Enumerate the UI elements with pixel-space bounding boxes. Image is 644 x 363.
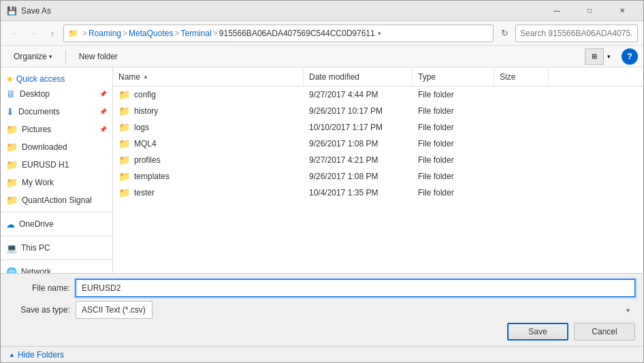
forward-button[interactable]: → (25, 25, 42, 42)
sidebar-item-quantaction[interactable]: 📁 QuantAction Signal (1, 191, 112, 209)
sidebar-item-thispc[interactable]: 💻 This PC (1, 239, 112, 257)
close-button[interactable]: ✕ (607, 1, 638, 21)
cancel-button[interactable]: Cancel (574, 323, 635, 341)
file-type-cell: File folder (413, 106, 494, 116)
col-header-size[interactable]: Size (494, 67, 549, 86)
file-type-cell: File folder (413, 155, 494, 165)
file-type-cell: File folder (413, 139, 494, 148)
title-bar: 💾 Save As — □ ✕ (1, 1, 643, 21)
sidebar-item-onedrive[interactable]: ☁ OneDrive (1, 215, 112, 233)
address-bar: ← → ↑ 📁 > Roaming > MetaQuotes > Termina… (1, 21, 643, 46)
new-folder-button[interactable]: New folder (71, 48, 125, 65)
quick-access-label: Quick access (16, 74, 65, 84)
filename-row: File name: (9, 279, 635, 297)
filetype-select[interactable]: ASCII Text (*.csv) (76, 301, 152, 319)
file-date-cell: 9/27/2017 4:44 PM (304, 90, 413, 99)
table-row[interactable]: 📁 profiles 9/27/2017 4:21 PM File folder (113, 152, 643, 168)
action-buttons: Save Cancel (9, 323, 635, 341)
file-date-cell: 9/27/2017 4:21 PM (304, 155, 413, 165)
minimize-button[interactable]: — (541, 1, 573, 21)
col-header-date[interactable]: Date modified (304, 67, 413, 86)
downloaded-folder-icon: 📁 (6, 142, 18, 153)
sidebar-onedrive-label: OneDrive (19, 219, 107, 229)
file-name: logs (134, 123, 149, 132)
file-list: 📁 config 9/27/2017 4:44 PM File folder 📁… (113, 86, 643, 273)
quantaction-folder-icon: 📁 (6, 195, 18, 206)
col-size-label: Size (500, 72, 515, 82)
network-icon: 🌐 (6, 267, 17, 274)
refresh-button[interactable]: ↻ (496, 25, 513, 42)
breadcrumb-metaquotes[interactable]: MetaQuotes (129, 29, 173, 38)
folder-icon: 📁 (118, 171, 130, 182)
sidebar-item-desktop[interactable]: 🖥 Desktop 📌 (1, 85, 112, 103)
file-name-cell: 📁 history (113, 106, 304, 116)
folder-icon: 📁 (118, 187, 130, 198)
sidebar-item-documents[interactable]: ⬇ Documents 📌 (1, 103, 112, 121)
table-row[interactable]: 📁 config 9/27/2017 4:44 PM File folder (113, 86, 643, 103)
up-button[interactable]: ↑ (44, 25, 61, 42)
filename-input[interactable] (76, 279, 635, 297)
window-controls: — □ ✕ (541, 1, 638, 21)
filename-label: File name: (9, 283, 70, 293)
help-button[interactable]: ? (622, 48, 638, 65)
breadcrumb-roaming[interactable]: Roaming (88, 29, 121, 38)
file-name: MQL4 (134, 139, 157, 148)
organize-label: Organize (14, 52, 47, 61)
folder-icon: 📁 (118, 89, 130, 100)
col-name-label: Name (118, 72, 140, 82)
breadcrumb[interactable]: 📁 > Roaming > MetaQuotes > Terminal > 91… (63, 25, 494, 42)
hide-folders-label: Hide Folders (18, 350, 64, 360)
bottom-panel: File name: Save as type: ASCII Text (*.c… (1, 273, 643, 346)
sidebar-thispc-label: This PC (21, 243, 107, 253)
back-button[interactable]: ← (6, 25, 22, 42)
file-name-cell: 📁 logs (113, 122, 304, 133)
sidebar-mywork-label: My Work (22, 178, 107, 187)
view-button[interactable]: ⊞ (585, 48, 604, 65)
table-row[interactable]: 📁 MQL4 9/26/2017 1:08 PM File folder (113, 136, 643, 152)
sidebar-item-pictures[interactable]: 📁 Pictures 📌 (1, 121, 112, 138)
folder-icon: 📁 (118, 122, 130, 133)
file-name: tester (134, 188, 155, 198)
view-dropdown-icon[interactable]: ▾ (607, 53, 611, 60)
col-header-type[interactable]: Type (413, 67, 494, 86)
table-row[interactable]: 📁 templates 9/26/2017 1:08 PM File folde… (113, 168, 643, 185)
breadcrumb-current: 915566BA06ADA407569C544CC0D97611 (219, 29, 375, 38)
file-name: history (134, 106, 158, 116)
file-type-cell: File folder (413, 188, 494, 198)
col-header-name[interactable]: Name ▲ (113, 67, 304, 86)
pin-icon-pics: 📌 (99, 126, 107, 133)
sidebar-item-downloaded[interactable]: 📁 Downloaded (1, 138, 112, 156)
col-date-label: Date modified (309, 72, 359, 82)
file-type-cell: File folder (413, 90, 494, 99)
search-input[interactable] (515, 25, 638, 42)
save-button[interactable]: Save (507, 323, 568, 341)
table-row[interactable]: 📁 logs 10/10/2017 1:17 PM File folder (113, 119, 643, 136)
breadcrumb-icon: 📁 (68, 29, 78, 38)
sidebar-item-network[interactable]: 🌐 Network (1, 263, 112, 273)
filetype-wrapper: ASCII Text (*.csv) ▾ (76, 301, 635, 319)
save-as-dialog: 💾 Save As — □ ✕ ← → ↑ 📁 > Roaming > Meta… (0, 0, 644, 363)
filetype-row: Save as type: ASCII Text (*.csv) ▾ (9, 301, 635, 319)
table-row[interactable]: 📁 history 9/26/2017 10:17 PM File folder (113, 103, 643, 119)
file-name-cell: 📁 profiles (113, 155, 304, 165)
chevron-icon: ▲ (9, 351, 15, 358)
hide-folders-bar[interactable]: ▲ Hide Folders (1, 346, 643, 362)
onedrive-icon: ☁ (6, 219, 15, 230)
sidebar-desktop-label: Desktop (20, 89, 95, 99)
sidebar-item-eurusd[interactable]: 📁 EURUSD H1 (1, 156, 112, 174)
file-list-area: Name ▲ Date modified Type Size 📁 config (113, 67, 643, 273)
sidebar-item-mywork[interactable]: 📁 My Work (1, 174, 112, 191)
file-date-cell: 9/26/2017 1:08 PM (304, 139, 413, 148)
sidebar-documents-label: Documents (18, 107, 95, 116)
table-row[interactable]: 📁 tester 10/4/2017 1:35 PM File folder (113, 185, 643, 201)
window-title: Save As (21, 6, 541, 16)
folder-icon: 📁 (118, 155, 130, 165)
sort-icon: ▲ (143, 74, 148, 80)
file-date-cell: 10/10/2017 1:17 PM (304, 123, 413, 132)
select-arrow-icon: ▾ (626, 306, 630, 314)
organize-button[interactable]: Organize ▾ (6, 48, 60, 65)
window-icon: 💾 (6, 5, 17, 16)
breadcrumb-dropdown-icon[interactable]: ▾ (378, 30, 381, 37)
breadcrumb-terminal[interactable]: Terminal (180, 29, 211, 38)
maximize-button[interactable]: □ (574, 1, 605, 21)
